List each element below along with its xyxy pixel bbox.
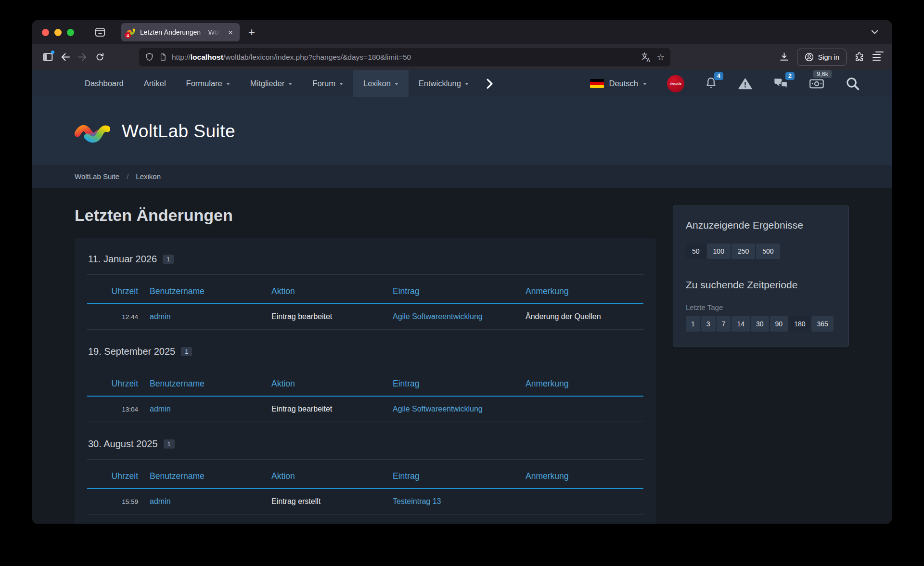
user-link[interactable]: admin [150,405,171,413]
nav-item-entwicklung[interactable]: Entwicklung [409,70,479,97]
account-icon [804,52,814,62]
viecode-badge-icon[interactable]: viecode [667,75,684,92]
reload-button[interactable] [91,49,108,65]
period-option-14[interactable]: 14 [732,316,750,332]
period-title: Zu suchende Zeitperiode [686,279,836,291]
language-selector[interactable]: Deutsch [590,79,647,88]
breadcrumb-lexikon[interactable]: Lexikon [136,172,161,180]
period-option-1[interactable]: 1 [686,316,700,332]
svg-text:A: A [646,57,650,63]
nav-item-formulare[interactable]: Formulare [176,70,240,97]
nav-item-mitglieder[interactable]: Mitglieder [240,70,303,97]
entry-link[interactable]: Testeintrag 13 [393,497,441,505]
column-header-eintrag: Eintrag [387,275,520,304]
nav-item-dashboard[interactable]: Dashboard [75,70,134,97]
table-header-row: Uhrzeit Benutzername Aktion Eintrag Anme… [87,460,643,489]
cell-action: Eintrag bearbeitet [266,304,387,330]
cell-note [520,396,643,422]
tab-close-icon[interactable]: × [226,27,235,38]
url-text[interactable]: http://localhost/woltlab/lexicon/index.p… [172,53,636,62]
main-navigation: Dashboard Artikel Formulare Mitglieder F… [32,70,892,97]
day-section: 19. September 2025 1 Uhrzeit Benutzernam… [87,346,643,422]
period-option-3[interactable]: 3 [701,316,716,332]
nav-item-forum[interactable]: Forum [302,70,353,97]
page-info-icon[interactable] [159,53,167,61]
entry-link[interactable]: Agile Softwareentwicklung [393,405,483,413]
nav-overflow-chevron-icon[interactable] [479,70,500,97]
list-tabs-chevron-icon[interactable] [866,24,883,40]
back-button[interactable] [56,49,74,65]
period-option-90[interactable]: 90 [770,316,788,332]
section-date: 11. Januar 2026 [88,254,157,265]
shield-icon[interactable] [145,52,154,62]
chevron-down-icon [643,83,647,85]
column-header-eintrag: Eintrag [387,367,520,397]
breadcrumb-woltlab-suite[interactable]: WoltLab Suite [75,172,119,180]
notifications-bell-icon[interactable]: 4 [705,77,718,90]
column-header-benutzername: Benutzername [144,460,266,489]
column-header-aktion: Aktion [266,275,387,304]
zoom-window-button[interactable] [67,29,74,36]
close-window-button[interactable] [42,29,49,36]
user-link[interactable]: admin [150,497,171,505]
moderation-warning-icon[interactable] [738,77,753,90]
tab-title: Letzten Änderungen – WoltLab S [140,28,222,36]
period-option-30[interactable]: 30 [751,316,769,332]
language-label: Deutsch [609,79,638,88]
results-option-100[interactable]: 100 [707,244,731,259]
browser-tab[interactable]: 4 Letzten Änderungen – WoltLab S × [121,23,240,41]
conversations-icon[interactable]: 2 [773,77,789,90]
conversations-count-badge: 2 [785,72,795,80]
section-count-badge: 1 [164,439,175,449]
table-header-row: Uhrzeit Benutzername Aktion Eintrag Anme… [87,275,643,304]
sidebar-toggle-icon[interactable] [39,49,56,65]
extensions-puzzle-icon[interactable] [850,49,868,65]
results-option-50[interactable]: 50 [686,244,706,259]
column-header-benutzername: Benutzername [144,367,266,397]
section-date: 30. August 2025 [88,438,158,450]
changes-card: 11. Januar 2026 1 Uhrzeit Benutzername A… [75,238,656,524]
search-icon[interactable] [845,76,860,91]
brand-name: WoltLab Suite [122,121,235,142]
translate-icon[interactable]: A [641,51,652,63]
menu-hamburger-icon[interactable] [868,49,885,65]
table-header-row: Uhrzeit Benutzername Aktion Eintrag Anme… [87,367,643,397]
main-area: Letzten Änderungen 11. Januar 2026 1 Uhr… [32,188,892,524]
column-header-uhrzeit: Uhrzeit [87,275,144,304]
column-header-uhrzeit: Uhrzeit [87,460,144,489]
chevron-down-icon [465,83,469,85]
results-option-250[interactable]: 250 [732,244,755,259]
forward-button[interactable] [74,49,91,65]
period-option-365[interactable]: 365 [811,316,833,332]
url-bar[interactable]: http://localhost/woltlab/lexicon/index.p… [139,48,670,66]
tab-bar: 4 Letzten Änderungen – WoltLab S × + [32,20,892,44]
results-option-500[interactable]: 500 [756,244,780,259]
period-option-7[interactable]: 7 [717,316,731,332]
minimize-window-button[interactable] [54,29,62,36]
nav-item-artikel[interactable]: Artikel [134,70,176,97]
downloads-icon[interactable] [776,49,793,65]
period-label: Letzte Tage [686,303,836,311]
page-title: Letzten Änderungen [75,206,656,225]
nav-item-lexikon[interactable]: Lexikon [353,70,409,97]
day-section: 30. August 2025 1 Uhrzeit Benutzername A… [87,438,643,515]
new-tab-button[interactable]: + [248,26,255,38]
firefox-view-icon[interactable] [91,24,109,40]
notifications-count-badge: 4 [714,72,723,80]
bookmark-star-icon[interactable]: ☆ [657,52,665,63]
tab-favicon-icon: 4 [126,27,136,37]
signin-label: Sign in [818,53,839,61]
entry-link[interactable]: Agile Softwareentwicklung [393,312,483,321]
column-header-aktion: Aktion [266,367,387,397]
column-header-anmerkung: Anmerkung [520,460,643,489]
user-link[interactable]: admin [150,312,171,321]
cell-time: 15:59 [87,489,144,515]
period-option-180[interactable]: 180 [789,316,810,332]
nav-user-area: Deutsch viecode 4 2 9,6k [590,70,892,97]
section-date: 19. September 2025 [88,346,175,357]
signin-button[interactable]: Sign in [797,49,847,66]
browser-window: 4 Letzten Änderungen – WoltLab S × + [32,20,892,524]
table-row: 13:04 admin Eintrag bearbeitet Agile Sof… [87,396,643,422]
credits-money-icon[interactable]: 9,6k [809,77,825,90]
brand-logo[interactable]: WoltLab Suite [75,116,235,146]
